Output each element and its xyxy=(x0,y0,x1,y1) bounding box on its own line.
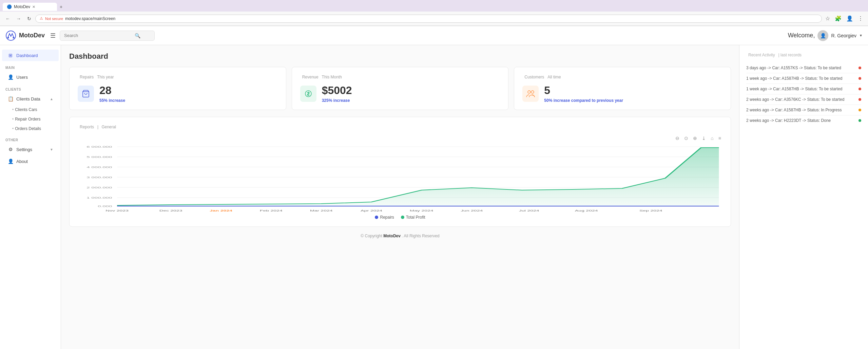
activity-item-2: 1 week ago -> Car: A1587HB -> Status: To… xyxy=(746,84,861,94)
sidebar-about-label: About xyxy=(16,159,28,164)
customers-change: 50% increase compared to previous year xyxy=(544,98,623,103)
sidebar-item-clients-cars[interactable]: • Clients Cars xyxy=(0,105,61,114)
svg-text:Nov 2023: Nov 2023 xyxy=(105,209,129,212)
customers-period: All time xyxy=(547,75,561,79)
chart-download-button[interactable]: ⤓ xyxy=(700,135,707,142)
chart-zoom-in-button[interactable]: ⊕ xyxy=(692,135,698,142)
revenue-card: Revenue This Month $5002 xyxy=(292,67,509,110)
chart-zoom-reset-button[interactable]: ⊙ xyxy=(683,135,690,142)
status-dot-1 xyxy=(859,77,861,80)
activity-item-4: 2 weeks ago -> Car: A1587HB -> Status: I… xyxy=(746,105,861,115)
svg-text:3 000.000: 3 000.000 xyxy=(86,176,112,179)
tab-close-button[interactable]: ✕ xyxy=(32,5,35,9)
repairs-card-header: Repairs This year xyxy=(78,74,278,79)
sidebar-item-settings[interactable]: ⚙ Settings ▼ xyxy=(2,144,59,155)
activity-time-5: 2 weeks ago xyxy=(746,118,769,123)
customers-change-label: increase compared to previous year xyxy=(554,98,623,103)
logo-text: MotoDev xyxy=(19,32,45,39)
svg-text:Jan 2024: Jan 2024 xyxy=(210,209,232,212)
tab-bar: 🔵 MotoDev ✕ + xyxy=(0,0,868,12)
status-dot-4 xyxy=(859,109,861,111)
svg-text:Dec 2023: Dec 2023 xyxy=(159,209,182,212)
page-title: Dashboard xyxy=(69,52,731,61)
revenue-change-label: increase xyxy=(333,98,350,103)
status-dot-0 xyxy=(859,67,861,69)
svg-point-2 xyxy=(13,37,15,38)
page-content: Dashboard Repairs This year xyxy=(61,45,739,349)
svg-text:0.000: 0.000 xyxy=(98,205,112,208)
status-dot-3 xyxy=(859,98,861,101)
forward-button[interactable]: → xyxy=(14,15,23,23)
sidebar-main-label: MAIN xyxy=(0,63,61,71)
search-input[interactable] xyxy=(64,33,132,38)
header-right: Welcome, 👤 R. Georgiev ▼ xyxy=(788,30,863,41)
sidebar-item-dashboard[interactable]: ⊞ Dashboard xyxy=(2,50,59,61)
recent-activity-subtitle: | last records xyxy=(778,53,802,57)
svg-text:Jun 2024: Jun 2024 xyxy=(461,209,483,212)
clients-data-icon: 📋 xyxy=(7,96,14,102)
activity-detail-4: -> Car: A1587HB -> Status: In Progress xyxy=(770,108,842,112)
sidebar-repair-orders-label: Repair Orders xyxy=(15,117,40,122)
menu-icon[interactable]: ⋮ xyxy=(856,14,865,23)
address-input[interactable] xyxy=(65,16,817,21)
user-name[interactable]: R. Georgiev xyxy=(831,33,856,38)
back-button[interactable]: ← xyxy=(3,15,12,23)
repairs-card: Repairs This year 28 xyxy=(69,67,286,110)
active-tab[interactable]: 🔵 MotoDev ✕ xyxy=(3,3,57,11)
sidebar-item-clients-data[interactable]: 📋 Clients Data ▲ xyxy=(2,93,59,105)
repairs-value-area: 28 55% increase xyxy=(99,84,125,103)
repairs-change-pct: 55% xyxy=(99,98,108,103)
svg-text:Sep 2024: Sep 2024 xyxy=(639,209,662,212)
reports-period: | General xyxy=(97,125,116,129)
chart-zoom-out-button[interactable]: ⊖ xyxy=(674,135,681,142)
footer-rights: . All Rights Reserved xyxy=(402,234,439,238)
legend-profit-dot xyxy=(401,216,404,219)
bookmark-icon[interactable]: ☆ xyxy=(824,14,831,23)
activity-text-4: 2 weeks ago -> Car: A1587HB -> Status: I… xyxy=(746,108,856,112)
settings-icon: ⚙ xyxy=(7,147,14,152)
orders-details-bullet: • xyxy=(12,126,14,131)
user-dropdown-arrow[interactable]: ▼ xyxy=(859,34,863,37)
repair-orders-bullet: • xyxy=(12,117,14,122)
svg-point-6 xyxy=(531,91,534,93)
address-bar[interactable]: ⚠ Not secure xyxy=(35,15,822,23)
activity-time-0: 3 days ago xyxy=(746,66,766,70)
app-header: MotoDev ☰ 🔍 Welcome, 👤 R. Georgiev ▼ xyxy=(0,26,868,45)
legend-repairs-dot xyxy=(375,216,378,219)
people-icon xyxy=(526,90,535,98)
page-footer: © Copyright MotoDev . All Rights Reserve… xyxy=(69,227,731,245)
legend-repairs: Repairs xyxy=(375,215,394,220)
activity-detail-1: -> Car: A1587HB -> Status: To be started xyxy=(768,76,843,81)
search-bar[interactable]: 🔍 xyxy=(60,31,155,41)
sidebar-item-orders-details[interactable]: • Orders Details xyxy=(0,124,61,133)
users-icon: 👤 xyxy=(7,74,14,80)
sidebar-item-about[interactable]: 👤 About xyxy=(2,155,59,167)
activity-text-1: 1 week ago -> Car: A1587HB -> Status: To… xyxy=(746,76,856,81)
reload-button[interactable]: ↻ xyxy=(25,15,33,23)
svg-text:Jul 2024: Jul 2024 xyxy=(519,209,539,212)
dollar-icon xyxy=(304,90,312,98)
user-avatar[interactable]: 👤 xyxy=(817,30,828,41)
search-icon: 🔍 xyxy=(135,33,140,38)
security-icon: ⚠ xyxy=(40,16,43,21)
tab-title: MotoDev xyxy=(14,4,30,9)
revenue-card-body: $5002 325% increase xyxy=(300,84,500,103)
reports-header: Reports | General xyxy=(78,124,722,129)
activity-time-3: 2 weeks ago xyxy=(746,97,769,102)
dashboard-icon: ⊞ xyxy=(7,53,14,58)
svg-text:2 000.000: 2 000.000 xyxy=(86,186,112,189)
activity-detail-0: -> Car: A1557KS -> Status: To be started xyxy=(767,66,841,70)
sidebar-clients-label: CLIENTS xyxy=(0,85,61,93)
extensions-icon[interactable]: 🧩 xyxy=(833,14,843,23)
profile-icon[interactable]: 👤 xyxy=(845,14,854,23)
new-tab-button[interactable]: + xyxy=(57,2,65,11)
chart-menu-button[interactable]: ≡ xyxy=(717,135,722,142)
browser-chrome: 🔵 MotoDev ✕ + ← → ↻ ⚠ Not secure ☆ 🧩 👤 ⋮ xyxy=(0,0,868,26)
repairs-change: 55% increase xyxy=(99,98,125,103)
sidebar-item-users[interactable]: 👤 Users xyxy=(2,71,59,83)
hamburger-menu[interactable]: ☰ xyxy=(50,32,56,39)
svg-text:Apr 2024: Apr 2024 xyxy=(361,209,382,212)
sidebar-item-repair-orders[interactable]: • Repair Orders xyxy=(0,114,61,124)
activity-detail-3: -> Car: A3576KC -> Status: To be started xyxy=(770,97,845,102)
chart-home-button[interactable]: ⌂ xyxy=(709,135,715,142)
